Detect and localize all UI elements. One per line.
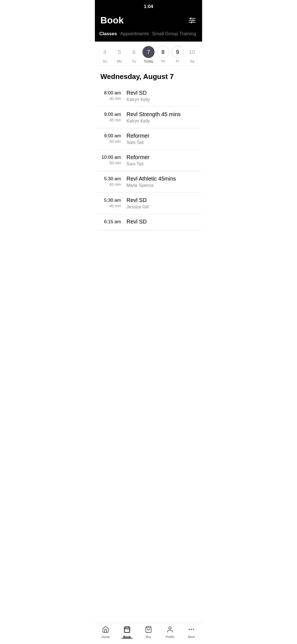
class-name: Revl SD <box>127 90 197 96</box>
date-day-9: Fr <box>176 59 179 63</box>
date-day-5: Mo <box>117 59 122 63</box>
date-item-10[interactable]: 10Sa <box>185 46 199 63</box>
class-list-item[interactable]: 10:00 am50 minReformerSam Tait <box>95 150 202 171</box>
class-info-block: Revl SDKatryn Kelly <box>127 90 197 102</box>
class-time-main: 5:30 am <box>100 176 121 182</box>
class-name: Revl SD <box>127 219 197 225</box>
date-num-9: 9 <box>172 46 184 58</box>
day-heading: Wednesday, August 7 <box>95 66 202 85</box>
class-duration: 45 min <box>100 182 121 187</box>
class-time-main: 6:15 am <box>100 219 121 225</box>
class-info-block: ReformerSam Tait <box>127 154 197 167</box>
date-item-9[interactable]: 9Fr <box>171 46 184 63</box>
class-list-item[interactable]: 9:00 am50 minReformerSam Tait <box>95 128 202 150</box>
date-day-8: Th <box>161 59 165 63</box>
date-num-6: 6 <box>128 46 140 58</box>
class-time-block: 10:00 am50 min <box>100 154 127 165</box>
status-bar: 1:04 <box>95 0 202 12</box>
class-list-item[interactable]: 6:15 amRevl SD <box>95 214 202 231</box>
tab-classes[interactable]: Classes <box>99 30 120 38</box>
date-day-7: Today <box>144 59 153 63</box>
class-instructor: Sam Tait <box>127 162 197 167</box>
class-duration: 40 min <box>100 96 121 101</box>
class-name: Revl SD <box>127 197 197 203</box>
status-time: 1:04 <box>144 4 153 9</box>
page-title: Book <box>100 15 124 26</box>
tab-small-group-training[interactable]: Small Group Training <box>152 30 199 38</box>
class-time-main: 8:00 am <box>100 90 121 96</box>
date-item-6[interactable]: 6Tu <box>127 46 141 63</box>
class-list-item[interactable]: 9:00 am45 minRevl Strength 45 minsKatryn… <box>95 107 202 128</box>
date-item-5[interactable]: 5Mo <box>113 46 126 63</box>
date-item-7[interactable]: 7Today <box>142 46 155 63</box>
class-instructor: Katryn Kelly <box>127 97 197 102</box>
class-info-block: Revl Strength 45 minsKatryn Kelly <box>127 111 197 124</box>
tabs-bar: Classes Appointments Small Group Trainin… <box>95 30 202 42</box>
date-picker: 4Su5Mo6Tu7Today8Th9Fr10Sa <box>95 42 202 66</box>
date-num-8: 8 <box>157 46 169 58</box>
class-duration: 45 min <box>100 118 121 122</box>
class-time-block: 5:30 am40 min <box>100 197 127 208</box>
date-num-4: 4 <box>99 46 111 58</box>
class-time-main: 5:30 am <box>100 198 121 203</box>
class-instructor: Sam Tait <box>127 140 197 145</box>
class-time-block: 5:30 am45 min <box>100 176 127 187</box>
date-item-4[interactable]: 4Su <box>98 46 111 63</box>
class-name: Revl Strength 45 mins <box>127 111 197 118</box>
class-duration: 50 min <box>100 161 121 165</box>
class-time-main: 9:00 am <box>100 133 121 139</box>
class-instructor: Marie Spence <box>127 183 197 188</box>
class-list-item[interactable]: 8:00 am40 minRevl SDKatryn Kelly <box>95 85 202 107</box>
class-list: 8:00 am40 minRevl SDKatryn Kelly9:00 am4… <box>95 85 202 258</box>
date-day-4: Su <box>103 59 107 63</box>
class-time-block: 8:00 am40 min <box>100 90 127 101</box>
class-name: Revl Athletic 45mins <box>127 176 197 182</box>
header: Book <box>95 12 202 30</box>
class-duration: 50 min <box>100 139 121 144</box>
class-duration: 40 min <box>100 204 121 208</box>
class-info-block: ReformerSam Tait <box>127 133 197 145</box>
date-day-6: Tu <box>132 59 136 63</box>
class-time-block: 9:00 am50 min <box>100 133 127 144</box>
class-time-main: 10:00 am <box>100 155 121 160</box>
date-day-10: Sa <box>190 59 194 63</box>
class-time-main: 9:00 am <box>100 112 121 117</box>
class-info-block: Revl Athletic 45minsMarie Spence <box>127 176 197 188</box>
filter-icon <box>189 18 196 23</box>
date-num-10: 10 <box>186 46 198 58</box>
date-num-5: 5 <box>113 46 125 58</box>
class-time-block: 9:00 am45 min <box>100 111 127 122</box>
class-list-item[interactable]: 5:30 am45 minRevl Athletic 45minsMarie S… <box>95 171 202 193</box>
class-instructor: Katryn Kelly <box>127 119 197 124</box>
filter-button[interactable] <box>188 17 197 24</box>
tab-appointments[interactable]: Appointments <box>120 30 152 38</box>
class-info-block: Revl SDJessica Gill <box>127 197 197 209</box>
class-info-block: Revl SD <box>127 219 197 226</box>
class-list-item[interactable]: 5:30 am40 minRevl SDJessica Gill <box>95 193 202 214</box>
date-num-7: 7 <box>142 46 155 58</box>
class-name: Reformer <box>127 133 197 139</box>
class-instructor: Jessica Gill <box>127 204 197 209</box>
class-name: Reformer <box>127 154 197 160</box>
class-time-block: 6:15 am <box>100 219 127 225</box>
date-item-8[interactable]: 8Th <box>156 46 170 63</box>
